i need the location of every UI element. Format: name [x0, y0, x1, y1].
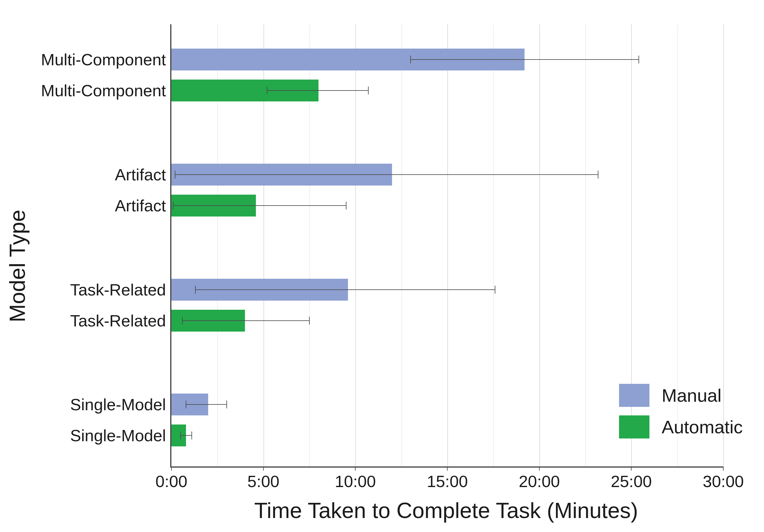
x-tick-label: 10:00 — [335, 472, 376, 491]
error-bar-cap — [267, 86, 268, 94]
legend-label-manual: Manual — [662, 385, 721, 406]
legend-swatch-automatic — [619, 415, 650, 439]
error-bar — [411, 59, 639, 60]
category-label: Multi-Component — [41, 51, 166, 68]
category-label: Artifact — [115, 166, 166, 183]
error-bar-cap — [180, 432, 181, 439]
gridline — [539, 24, 540, 466]
error-bar-cap — [226, 401, 227, 408]
category-label: Single-Model — [70, 396, 166, 413]
error-bar-cap — [195, 286, 196, 294]
x-tick-mark — [263, 466, 264, 471]
x-tick-label: 0:00 — [155, 472, 187, 491]
gridline — [447, 24, 448, 466]
error-bar-cap — [495, 286, 495, 294]
error-bar-cap — [175, 171, 175, 179]
x-tick-label: 15:00 — [427, 472, 468, 491]
error-bar — [195, 289, 495, 290]
x-tick-mark — [631, 466, 632, 471]
y-axis-title: Model Type — [5, 210, 30, 323]
legend-label-automatic: Automatic — [662, 417, 743, 438]
x-tick-mark — [723, 466, 724, 471]
legend-entry-automatic: Automatic — [619, 415, 743, 439]
x-tick-mark — [171, 466, 172, 471]
error-bar-cap — [410, 56, 411, 64]
error-bar — [175, 174, 598, 175]
error-bar-cap — [368, 86, 369, 94]
gridline-minor — [585, 24, 586, 466]
x-tick-label: 25:00 — [611, 472, 652, 491]
legend: Manual Automatic — [619, 375, 743, 447]
category-label: Artifact — [115, 198, 166, 214]
error-bar-cap — [182, 317, 183, 325]
legend-entry-manual: Manual — [619, 384, 743, 407]
error-bar-cap — [191, 432, 192, 439]
error-bar — [267, 90, 368, 91]
category-label: Task-Related — [70, 282, 166, 298]
category-label: Single-Model — [70, 427, 166, 444]
gridline-minor — [401, 24, 402, 466]
error-bar — [186, 404, 226, 405]
gridline-minor — [493, 24, 494, 466]
error-bar-cap — [598, 171, 598, 179]
category-label: Multi-Component — [41, 82, 166, 99]
error-bar-cap — [639, 56, 639, 64]
chart-container: Model Type 0:005:0010:0015:0020:0025:003… — [0, 0, 764, 532]
error-bar-cap — [186, 401, 186, 408]
x-axis-title: Time Taken to Complete Task (Minutes) — [170, 498, 722, 523]
legend-swatch-manual — [619, 384, 650, 407]
x-tick-mark — [355, 466, 356, 471]
category-label: Task-Related — [70, 313, 166, 329]
error-bar — [180, 435, 191, 436]
x-tick-mark — [447, 466, 448, 471]
error-bar-cap — [173, 201, 173, 209]
x-tick-label: 5:00 — [247, 472, 279, 491]
x-tick-label: 20:00 — [519, 472, 560, 491]
error-bar — [173, 205, 346, 206]
x-tick-label: 30:00 — [703, 472, 744, 491]
error-bar-cap — [346, 201, 346, 209]
x-tick-mark — [539, 466, 540, 471]
error-bar — [182, 320, 309, 321]
error-bar-cap — [309, 317, 310, 325]
